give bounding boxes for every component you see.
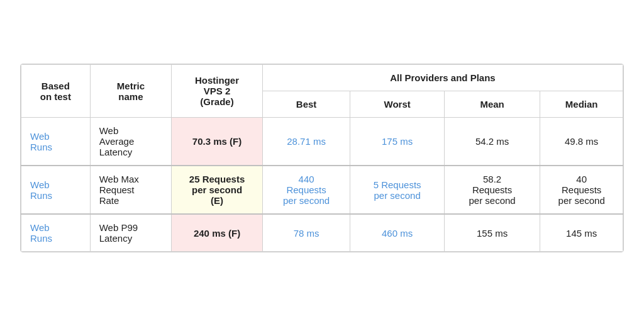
all-providers-header: All Providers and Plans: [262, 65, 623, 91]
col-mean-header: Mean: [444, 91, 540, 118]
col-best-header: Best: [262, 91, 350, 118]
best-cell[interactable]: 440Requestsper second: [262, 166, 350, 214]
worst-link[interactable]: 175 ms: [382, 136, 413, 147]
mean-cell: 58.2Requestsper second: [444, 166, 540, 214]
median-cell: 145 ms: [540, 214, 623, 252]
table-row: WebRuns Web MaxRequestRate 25 Requestspe…: [21, 166, 623, 214]
performance-table: Basedon test Metricname HostingerVPS 2(G…: [20, 64, 624, 252]
table-row: WebRuns Web P99Latency 240 ms (F) 78 ms …: [21, 214, 623, 252]
mean-cell: 155 ms: [444, 214, 540, 252]
best-link[interactable]: 440Requestsper second: [283, 174, 330, 206]
col-worst-header: Worst: [350, 91, 444, 118]
best-cell[interactable]: 78 ms: [262, 214, 350, 252]
median-cell: 49.8 ms: [540, 118, 623, 166]
hostinger-val-cell: 25 Requestsper second(E): [172, 166, 263, 214]
col-hostinger-header: HostingerVPS 2(Grade): [172, 65, 263, 118]
metric-cell: Web MaxRequestRate: [90, 166, 172, 214]
median-cell: 40Requestsper second: [540, 166, 623, 214]
worst-cell[interactable]: 175 ms: [350, 118, 444, 166]
based-on-link[interactable]: WebRuns: [30, 222, 52, 244]
based-on-link[interactable]: WebRuns: [30, 131, 52, 152]
based-on-cell[interactable]: WebRuns: [21, 214, 91, 252]
hostinger-val-cell: 70.3 ms (F): [172, 118, 263, 166]
based-on-cell[interactable]: WebRuns: [21, 166, 91, 214]
best-link[interactable]: 28.71 ms: [287, 136, 326, 147]
col-metric-header: Metricname: [90, 65, 172, 118]
based-on-link[interactable]: WebRuns: [30, 179, 52, 201]
mean-cell: 54.2 ms: [444, 118, 540, 166]
metric-cell: Web P99Latency: [90, 214, 172, 252]
worst-link[interactable]: 460 ms: [382, 228, 413, 239]
col-median-header: Median: [540, 91, 623, 118]
hostinger-val-cell: 240 ms (F): [172, 214, 263, 252]
worst-cell[interactable]: 460 ms: [350, 214, 444, 252]
best-cell[interactable]: 28.71 ms: [262, 118, 350, 166]
table-row: WebRuns WebAverageLatency 70.3 ms (F) 28…: [21, 118, 623, 166]
best-link[interactable]: 78 ms: [294, 228, 319, 239]
worst-link[interactable]: 5 Requestsper second: [374, 179, 421, 201]
based-on-cell[interactable]: WebRuns: [21, 118, 91, 166]
worst-cell[interactable]: 5 Requestsper second: [350, 166, 444, 214]
metric-cell: WebAverageLatency: [90, 118, 172, 166]
col-based-on-header: Basedon test: [21, 65, 91, 118]
